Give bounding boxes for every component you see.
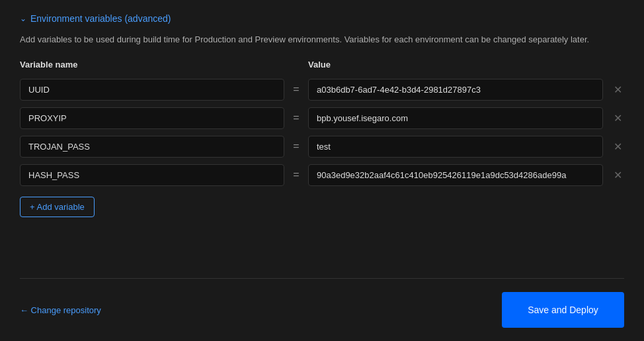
variable-name-input-3[interactable] <box>20 164 284 186</box>
variable-value-input-1[interactable] <box>308 107 603 129</box>
equals-sign-3: = <box>292 169 300 181</box>
section-description: Add variables to be used during build ti… <box>20 33 624 46</box>
save-and-deploy-button[interactable]: Save and Deploy <box>502 292 624 328</box>
column-headers: Variable name Value <box>20 60 624 70</box>
variable-value-input-2[interactable] <box>308 136 603 158</box>
variable-row-3: = ✕ <box>20 164 624 186</box>
name-column-header: Variable name <box>20 60 284 70</box>
variable-row-2: = ✕ <box>20 136 624 158</box>
equals-sign-2: = <box>292 140 300 152</box>
variable-name-input-2[interactable] <box>20 136 284 158</box>
equals-sign-0: = <box>292 83 300 95</box>
section-header[interactable]: ⌄ Environment variables (advanced) <box>20 13 624 24</box>
footer-divider <box>20 278 624 279</box>
footer: ← Change repository Save and Deploy <box>20 292 624 328</box>
change-repository-button[interactable]: ← Change repository <box>20 305 101 315</box>
delete-variable-button-1[interactable]: ✕ <box>611 109 624 127</box>
value-column-header: Value <box>308 60 331 70</box>
main-container: ⌄ Environment variables (advanced) Add v… <box>0 0 644 341</box>
variable-value-input-3[interactable] <box>308 164 603 186</box>
chevron-down-icon: ⌄ <box>20 14 26 23</box>
variables-table: Variable name Value = ✕ = ✕ = ✕ = <box>20 60 624 266</box>
variable-name-input-0[interactable] <box>20 79 284 101</box>
delete-variable-button-0[interactable]: ✕ <box>611 81 624 99</box>
variable-value-input-0[interactable] <box>308 79 603 101</box>
variable-row-1: = ✕ <box>20 107 624 129</box>
delete-variable-button-3[interactable]: ✕ <box>611 166 624 184</box>
equals-sign-1: = <box>292 112 300 124</box>
delete-variable-button-2[interactable]: ✕ <box>611 138 624 156</box>
variable-name-input-1[interactable] <box>20 107 284 129</box>
variable-row-0: = ✕ <box>20 79 624 101</box>
add-variable-button[interactable]: + Add variable <box>20 197 95 217</box>
section-title[interactable]: Environment variables (advanced) <box>30 13 171 24</box>
